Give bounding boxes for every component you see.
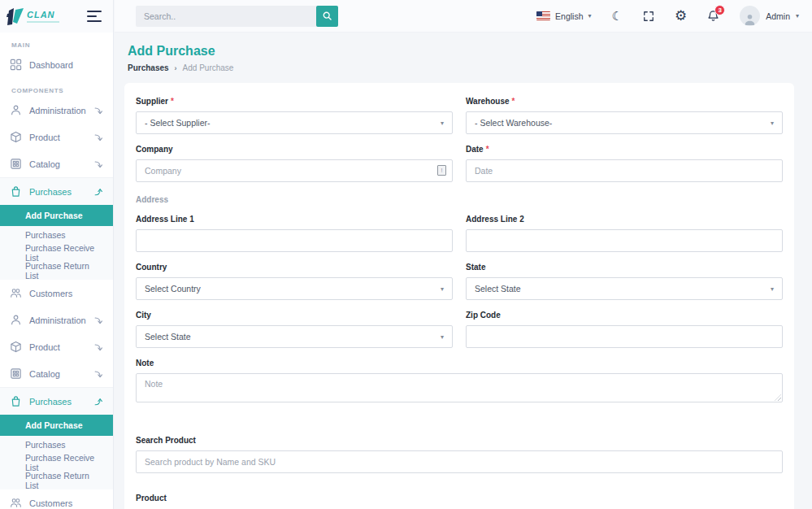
brand-logo[interactable]: CLAN (7, 7, 59, 26)
sidebar-subitem-add-purchase-2[interactable]: Add Purchase (0, 415, 113, 436)
sidebar-subitem-purchases-2[interactable]: Purchases (0, 436, 113, 454)
sidebar-item-catalog[interactable]: Catalog (0, 150, 113, 177)
user-icon (743, 12, 757, 26)
supplier-field-group: Supplier* - Select Supplier- ▾ (136, 86, 453, 134)
sidebar-item-dashboard[interactable]: Dashboard (0, 51, 113, 78)
required-asterisk: * (512, 97, 515, 106)
moon-icon: ☾ (612, 10, 623, 22)
subitem-label: Purchase Receive List (25, 453, 103, 472)
supplier-select[interactable]: - Select Supplier- ▾ (136, 111, 453, 134)
sidebar-subitem-purchase-return-list[interactable]: Purchase Return List (0, 262, 113, 280)
sidebar-item-purchases[interactable]: Purchases (0, 178, 113, 205)
gear-icon: ⚙ (675, 9, 687, 23)
notifications-button[interactable]: 3 (707, 10, 719, 22)
city-select[interactable]: Select State ▾ (136, 325, 453, 348)
add-purchase-card: Supplier* - Select Supplier- ▾ Warehouse… (124, 83, 794, 509)
search-product-label: Search Product (136, 436, 783, 445)
nav-section-components: COMPONENTS (0, 78, 113, 97)
notification-badge: 3 (714, 5, 725, 15)
logo-tagline (27, 21, 59, 23)
state-field-group: State Select State ▾ (466, 252, 783, 300)
customers-icon (10, 497, 22, 509)
fullscreen-icon (643, 11, 654, 22)
sidebar-item-administration[interactable]: Administration (0, 97, 113, 124)
sidebar-item-label: Dashboard (29, 60, 73, 70)
catalog-icon (10, 368, 22, 380)
sidebar-item-label: Catalog (29, 369, 60, 379)
required-asterisk: * (486, 145, 489, 154)
sidebar-subitem-purchases[interactable]: Purchases (0, 226, 113, 244)
product-icon (10, 131, 22, 143)
chevron-collapsed-icon (93, 106, 103, 115)
product-section-label: Product (136, 494, 783, 502)
logo-mark-icon (7, 7, 24, 26)
sidebar-item-label: Product (29, 342, 60, 352)
note-textarea[interactable] (136, 373, 783, 402)
zip-label: Zip Code (466, 311, 783, 320)
sidebar-item-product-2[interactable]: Product (0, 333, 113, 360)
sidebar-subitem-purchase-return-list-2[interactable]: Purchase Return List (0, 472, 113, 489)
user-name: Admin (766, 11, 790, 21)
company-field-group: Company ! (136, 134, 453, 182)
sidebar-nav: MAIN Dashboard COMPONENTS Administration… (0, 33, 113, 509)
purchases-group-2: Purchases Add Purchase Purchases Purchas… (0, 387, 113, 489)
chevron-collapsed-icon (93, 133, 103, 142)
search-product-input[interactable] (136, 450, 783, 473)
warehouse-select[interactable]: - Select Warehouse- ▾ (466, 111, 783, 134)
dark-mode-toggle[interactable]: ☾ (612, 10, 623, 22)
address-line1-input[interactable] (136, 229, 453, 252)
main-content: Add Purchase Purchases › Add Purchase Su… (115, 33, 812, 509)
chevron-down-icon: ▾ (441, 333, 444, 341)
topbar: English ▾ ☾ ⚙ 3 (115, 0, 812, 33)
zip-input[interactable] (466, 325, 783, 348)
settings-button[interactable]: ⚙ (675, 9, 687, 23)
supplier-label: Supplier* (136, 97, 453, 106)
note-label: Note (136, 359, 783, 368)
warehouse-select-value: - Select Warehouse- (475, 118, 552, 128)
sidebar-item-administration-2[interactable]: Administration (0, 307, 113, 333)
chevron-collapsed-icon (93, 342, 103, 352)
sidebar-item-customers[interactable]: Customers (0, 280, 113, 307)
address-section-heading: Address (136, 195, 783, 204)
purchases-group: Purchases Add Purchase Purchases Purchas… (0, 177, 113, 280)
administration-icon (10, 104, 22, 116)
state-select[interactable]: Select State ▾ (466, 277, 783, 300)
page-title: Add Purchase (128, 44, 794, 59)
chevron-collapsed-icon (93, 315, 103, 325)
chevron-down-icon: ▾ (771, 120, 774, 127)
language-selector[interactable]: English ▾ (536, 11, 591, 21)
city-select-value: Select State (145, 332, 191, 342)
customers-icon (10, 287, 22, 299)
purchases-bag-icon (10, 395, 22, 407)
company-input[interactable] (136, 159, 453, 182)
administration-icon (10, 314, 22, 326)
sidebar-item-purchases-2[interactable]: Purchases (0, 388, 113, 415)
country-select[interactable]: Select Country ▾ (136, 277, 453, 300)
address-line2-label: Address Line 2 (466, 215, 783, 224)
broken-image-icon: ! (437, 165, 446, 176)
warehouse-field-group: Warehouse* - Select Warehouse- ▾ (466, 86, 783, 134)
global-search (136, 6, 338, 27)
sidebar-item-customers-2[interactable]: Customers (0, 489, 113, 509)
fullscreen-button[interactable] (643, 11, 654, 22)
search-button[interactable] (316, 6, 338, 27)
search-input[interactable] (136, 6, 316, 27)
date-input[interactable] (466, 159, 783, 182)
sidebar-subitem-add-purchase[interactable]: Add Purchase (0, 205, 113, 226)
sidebar-item-catalog-2[interactable]: Catalog (0, 360, 113, 387)
sidebar-item-product[interactable]: Product (0, 124, 113, 150)
sidebar-subitem-purchase-receive-list-2[interactable]: Purchase Receive List (0, 454, 113, 472)
country-label: Country (136, 263, 453, 272)
date-field-group: Date* (466, 134, 783, 182)
subitem-label: Purchase Return List (25, 261, 103, 281)
address-line1-field-group: Address Line 1 (136, 204, 453, 252)
address-line2-input[interactable] (466, 229, 783, 252)
user-menu[interactable]: Admin ▾ (740, 6, 799, 26)
sidebar-subitem-purchase-receive-list[interactable]: Purchase Receive List (0, 244, 113, 262)
city-field-group: City Select State ▾ (136, 300, 453, 348)
menu-toggle-icon[interactable] (85, 9, 103, 24)
required-asterisk: * (171, 97, 174, 106)
chevron-down-icon: ▾ (796, 12, 799, 20)
sidebar-item-label: Catalog (29, 159, 60, 169)
breadcrumb-parent[interactable]: Purchases (128, 63, 169, 72)
